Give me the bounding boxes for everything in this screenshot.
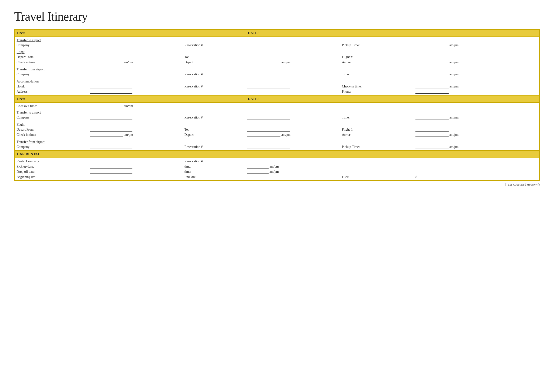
- check-in-time-label-1: Check in time:: [14, 60, 88, 66]
- depart-field-2[interactable]: [247, 133, 280, 137]
- date-label-2: DATE:: [245, 95, 540, 103]
- reservation-label-tfa-2: Reservation #: [182, 144, 245, 150]
- ampm-tfa-2: am/pm: [449, 145, 458, 149]
- reservation-field-tfa-2[interactable]: [247, 145, 290, 149]
- transfer-to-airport-title-2: Transfer to airport: [17, 111, 41, 114]
- depart-label-1: Depart:: [182, 60, 245, 66]
- end-km-field[interactable]: [247, 175, 269, 179]
- flight-title-2: Flight: [17, 123, 24, 126]
- address-field-1[interactable]: [90, 90, 132, 94]
- time-label-2: Time:: [340, 115, 414, 121]
- company-label-tfa-2: Company:: [14, 144, 88, 150]
- check-in-time-field-2[interactable]: [90, 133, 123, 137]
- company-field-1[interactable]: [90, 43, 132, 47]
- company-field-tfa-2[interactable]: [90, 145, 132, 149]
- end-km-label: End km:: [182, 175, 245, 181]
- depart-from-label-2: Depart From:: [14, 127, 88, 132]
- car-rental-label: CAR RENTAL: [14, 150, 540, 158]
- reservation-field-acc-1[interactable]: [247, 85, 290, 88]
- to-field-1[interactable]: [247, 55, 290, 59]
- depart-field-1[interactable]: [247, 60, 280, 64]
- reservation-label-1: Reservation #: [182, 43, 245, 48]
- arrive-field-1[interactable]: [416, 60, 449, 64]
- rental-company-field[interactable]: [90, 160, 132, 163]
- ampm-arrive-1: am/pm: [449, 60, 458, 64]
- check-in-time-label-2: Check in time:: [14, 132, 88, 138]
- ampm-acc-1: am/pm: [449, 85, 458, 88]
- depart-from-label-1: Depart From:: [14, 55, 88, 60]
- ampm-1: am/pm: [449, 43, 458, 47]
- beginning-km-label: Beginning km:: [14, 175, 88, 181]
- pickup-time-field-2[interactable]: [416, 145, 449, 149]
- accommodation-title-1: Accommodation:: [17, 80, 40, 83]
- flight-hash-label-2: Flight #:: [340, 127, 414, 132]
- reservation-field-tfa-1[interactable]: [247, 72, 290, 76]
- depart-label-2: Depart:: [182, 132, 245, 138]
- company-label-1: Company:: [14, 43, 88, 48]
- flight-hash-field-1[interactable]: [416, 55, 449, 59]
- time-label-cr2: time:: [182, 169, 245, 175]
- check-in-time-field-1[interactable]: [90, 60, 123, 64]
- arrive-label-2: Arrive:: [340, 132, 414, 138]
- rental-company-label: Rental Company:: [14, 158, 88, 164]
- flight-title-1: Flight: [17, 50, 24, 54]
- company-field-tfa-1[interactable]: [90, 72, 132, 76]
- ampm-depart-2: am/pm: [281, 133, 291, 137]
- dollar-sign: $: [416, 175, 417, 179]
- ampm-checkin-1: am/pm: [124, 60, 133, 64]
- flight-hash-label-1: Flight #:: [340, 55, 414, 60]
- time-label-cr1: time:: [182, 164, 245, 169]
- depart-from-field-1[interactable]: [90, 55, 132, 59]
- arrive-label-1: Arrive:: [340, 60, 414, 66]
- reservation-field-1[interactable]: [247, 43, 290, 47]
- ampm-checkin-2: am/pm: [124, 133, 133, 137]
- hotel-field-1[interactable]: [90, 85, 132, 88]
- page-title: Travel Itinerary: [14, 9, 540, 23]
- to-field-2[interactable]: [247, 128, 290, 132]
- ampm-arrive-2: am/pm: [449, 133, 458, 137]
- to-label-2: To:: [182, 127, 245, 132]
- reservation-label-acc-1: Reservation #: [182, 84, 245, 89]
- to-label-1: To:: [182, 55, 245, 60]
- date-label-1: DATE:: [245, 29, 540, 37]
- time-field-2[interactable]: [416, 116, 449, 119]
- reservation-label-2: Reservation #: [182, 115, 245, 121]
- ampm-tfa-1: am/pm: [449, 72, 458, 76]
- fuel-label: Fuel:: [340, 175, 414, 181]
- checkout-time-field-2[interactable]: [90, 104, 123, 108]
- transfer-from-airport-title-1: Transfer from airport: [17, 68, 45, 71]
- checkout-time-label-2: Checkout time:: [14, 103, 88, 109]
- checkin-time-field-1[interactable]: [416, 85, 449, 88]
- address-label-1: Address:: [14, 89, 88, 95]
- company-field-2[interactable]: [90, 116, 132, 119]
- pickup-time-label-1: Pickup Time:: [340, 43, 414, 48]
- day-label-2: DAY:: [14, 95, 245, 103]
- hotel-label-1: Hotel:: [14, 84, 88, 89]
- pickup-time-field-1[interactable]: [416, 43, 449, 47]
- reservation-field-2[interactable]: [247, 116, 290, 119]
- depart-from-field-2[interactable]: [90, 128, 132, 132]
- time-field-tfa-1[interactable]: [416, 72, 449, 76]
- checkin-time-label-1: Check-in time:: [340, 84, 414, 89]
- transfer-to-airport-title-1: Transfer to airport: [17, 38, 41, 42]
- day-label-1: DAY:: [14, 29, 245, 37]
- ampm-cr2: am/pm: [270, 170, 279, 174]
- reservation-label-tfa-1: Reservation #: [182, 72, 245, 78]
- fuel-field[interactable]: [418, 175, 451, 179]
- flight-hash-field-2[interactable]: [416, 128, 449, 132]
- phone-label-1: Phone:: [340, 89, 414, 95]
- arrive-field-2[interactable]: [416, 133, 449, 137]
- time-label-tfa-1: Time:: [340, 72, 414, 78]
- beginning-km-field[interactable]: [90, 175, 132, 179]
- company-label-tfa-1: Company:: [14, 72, 88, 78]
- dropoff-date-field[interactable]: [90, 170, 132, 174]
- time-field-cr2[interactable]: [247, 170, 269, 174]
- pickup-time-label-2: Pickup Time:: [340, 144, 414, 150]
- company-label-2: Company:: [14, 115, 88, 121]
- phone-field-1[interactable]: [416, 90, 449, 94]
- footer-text: © The Organised Housewife: [14, 183, 540, 187]
- dropoff-date-label: Drop off date:: [14, 169, 88, 175]
- pickup-date-field[interactable]: [90, 165, 132, 168]
- transfer-from-airport-title-2: Transfer from airport: [17, 140, 45, 144]
- time-field-cr1[interactable]: [247, 165, 269, 168]
